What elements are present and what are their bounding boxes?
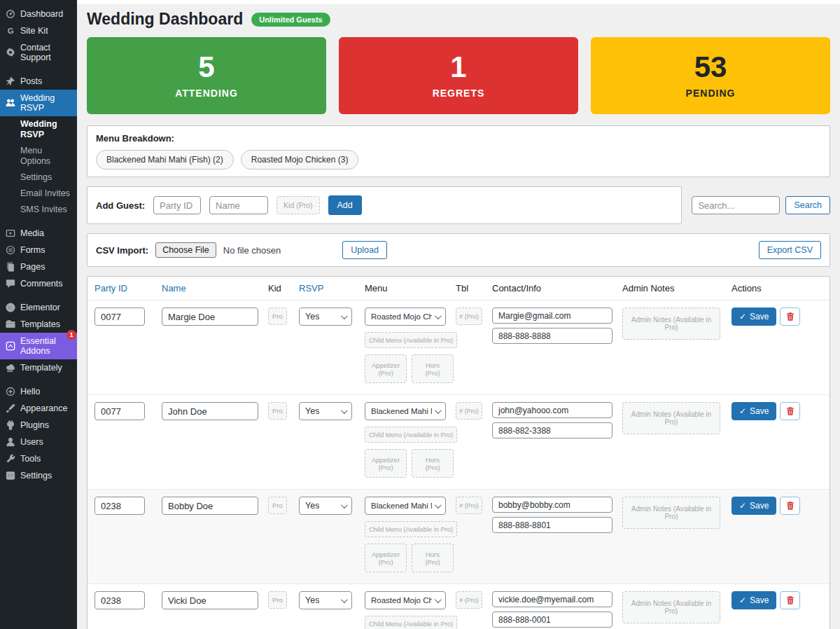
row-phone-input[interactable]: [492, 422, 612, 438]
delete-button[interactable]: [780, 497, 800, 515]
row-email-input[interactable]: [492, 591, 612, 607]
sidebar-item-label: Dashboard: [20, 9, 63, 19]
sidebar-item-label: Hello: [20, 387, 41, 396]
comments-icon: [5, 279, 15, 289]
stat-cards: 5 ATTENDING 1 REGRETS 53 PENDING: [87, 37, 830, 114]
row-party-id-input[interactable]: [94, 402, 145, 420]
rsvp-select[interactable]: Yes: [299, 307, 352, 326]
save-button[interactable]: ✓ Save: [732, 591, 776, 609]
sidebar-subitem-settings[interactable]: Settings: [0, 170, 77, 186]
save-label: Save: [750, 406, 769, 416]
sidebar-item-dashboard[interactable]: Dashboard: [0, 6, 77, 22]
menu-breakdown-pills: Blackened Mahi Mahi (Fish) (2) Roasted M…: [96, 150, 821, 170]
sidebar-item-label: Appearance: [20, 403, 67, 413]
sidebar-item-pages[interactable]: Pages: [0, 258, 77, 275]
rsvp-value: Yes: [305, 501, 319, 511]
sidebar-item-label: Forms: [20, 245, 45, 255]
sidebar-item-contact-support[interactable]: Contact Support: [0, 39, 77, 66]
kid-pro-pill: Pro: [268, 402, 287, 420]
chevron-down-icon: [341, 596, 348, 603]
pin-icon: [5, 76, 15, 86]
kid-pro-button[interactable]: Kid (Pro): [276, 196, 319, 214]
sidebar-subitem-email-invites[interactable]: Email Invites: [0, 186, 77, 202]
row-phone-input[interactable]: [492, 611, 612, 628]
sidebar-item-wedding-rsvp[interactable]: Wedding RSVP: [0, 90, 77, 116]
add-guest-row: Add Guest: Kid (Pro) Add Search: [87, 186, 830, 224]
sidebar-item-label: Elementor: [20, 303, 60, 312]
menu-select[interactable]: Blackened Mahi Mahi (Fish): [365, 402, 446, 420]
page-title: Wedding Dashboard: [87, 10, 243, 29]
row-party-id-input[interactable]: [94, 591, 145, 609]
row-party-id-input[interactable]: [94, 307, 145, 326]
menu-select[interactable]: Blackened Mahi Mahi (Fish): [365, 497, 446, 515]
sidebar-item-plugins[interactable]: Plugins: [0, 417, 77, 434]
row-name-input[interactable]: [162, 497, 258, 515]
menu-pill-mahi[interactable]: Blackened Mahi Mahi (Fish) (2): [96, 150, 234, 170]
license-badge: Unlimited Guests: [251, 13, 330, 27]
search-input[interactable]: [692, 196, 780, 214]
header-contact: Contact/Info: [492, 283, 622, 293]
row-email-input[interactable]: [492, 307, 612, 324]
row-party-id-input[interactable]: [94, 497, 145, 515]
search-button[interactable]: Search: [785, 196, 830, 214]
sidebar-item-tools[interactable]: Tools: [0, 450, 77, 467]
sidebar-item-settings[interactable]: Settings: [0, 467, 77, 484]
delete-button[interactable]: [780, 402, 800, 420]
guest-table: Party ID Name Kid RSVP Menu Tbl Contact/…: [87, 276, 830, 629]
sidebar-item-site-kit[interactable]: GSite Kit: [0, 22, 77, 39]
delete-button[interactable]: [780, 591, 800, 609]
rsvp-select[interactable]: Yes: [299, 402, 352, 420]
sidebar-item-elementor[interactable]: Elementor: [0, 299, 77, 316]
menu-value: Blackened Mahi Mahi (Fish): [371, 407, 432, 415]
check-icon: ✓: [739, 406, 746, 416]
delete-button[interactable]: [780, 307, 800, 326]
sidebar-subitem-wedding-rsvp[interactable]: Wedding RSVP: [0, 116, 77, 143]
save-button[interactable]: ✓ Save: [732, 402, 776, 420]
save-button[interactable]: ✓ Save: [732, 497, 776, 515]
sidebar-item-templately[interactable]: Templately: [0, 359, 77, 376]
essential-addons-icon: [5, 341, 15, 351]
table-number-pro-pill: # (Pro): [456, 591, 482, 609]
row-email-input[interactable]: [492, 497, 612, 513]
pages-icon: [5, 262, 15, 272]
sidebar-subitem-menu-options[interactable]: Menu Options: [0, 143, 77, 170]
sidebar-item-essential-addons[interactable]: Essential Addons1: [0, 333, 77, 359]
menu-pill-chicken[interactable]: Roasted Mojo Chicken (3): [241, 150, 359, 170]
header-party-id[interactable]: Party ID: [94, 283, 162, 293]
row-phone-input[interactable]: [492, 517, 612, 533]
header-tbl: Tbl: [456, 283, 492, 293]
upload-button[interactable]: Upload: [342, 241, 387, 259]
add-guest-button[interactable]: Add: [328, 195, 362, 215]
menu-breakdown-panel: Menu Breakdown: Blackened Mahi Mahi (Fis…: [87, 125, 830, 177]
menu-select[interactable]: Roasted Mojo Chicken: [365, 591, 446, 609]
hors-pro-button: Hors (Pro): [412, 354, 454, 383]
sidebar-item-forms[interactable]: Forms: [0, 242, 77, 258]
header-name[interactable]: Name: [162, 283, 268, 293]
menu-select[interactable]: Roasted Mojo Chicken: [365, 307, 446, 326]
no-file-chosen-text: No file chosen: [223, 245, 281, 256]
party-id-input[interactable]: [153, 196, 201, 214]
row-email-input[interactable]: [492, 402, 612, 418]
row-phone-input[interactable]: [492, 328, 612, 344]
sidebar-subitem-sms-invites[interactable]: SMS Invites: [0, 202, 77, 218]
rsvp-select[interactable]: Yes: [299, 591, 352, 609]
sidebar-separator: [0, 376, 77, 383]
sidebar-item-comments[interactable]: Comments: [0, 275, 77, 292]
rsvp-select[interactable]: Yes: [299, 497, 352, 515]
row-name-input[interactable]: [162, 307, 258, 326]
header-rsvp[interactable]: RSVP: [299, 283, 365, 293]
export-csv-button[interactable]: Export CSV: [759, 241, 821, 259]
sidebar-item-posts[interactable]: Posts: [0, 73, 77, 90]
sidebar-separator: [0, 218, 77, 225]
sidebar-item-users[interactable]: Users: [0, 434, 77, 450]
save-button[interactable]: ✓ Save: [732, 307, 776, 326]
guest-name-input[interactable]: [209, 196, 268, 214]
sidebar-item-hello[interactable]: Hello: [0, 383, 77, 400]
row-name-input[interactable]: [162, 402, 258, 420]
sidebar-separator: [0, 66, 77, 73]
choose-file-button[interactable]: Choose File: [155, 242, 216, 258]
sidebar-item-appearance[interactable]: Appearance: [0, 400, 77, 417]
sidebar-item-templates[interactable]: Templates: [0, 316, 77, 333]
sidebar-item-media[interactable]: Media: [0, 225, 77, 242]
row-name-input[interactable]: [162, 591, 258, 609]
